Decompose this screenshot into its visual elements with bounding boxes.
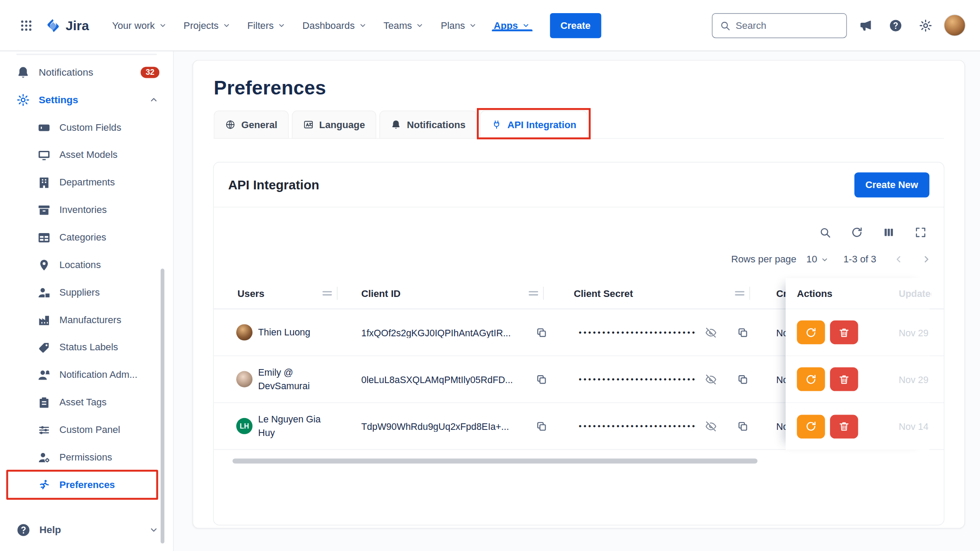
table-columns-button[interactable] [881, 225, 896, 240]
next-page-button[interactable] [917, 251, 935, 268]
tab-notifications[interactable]: Notifications [379, 111, 477, 139]
bell-icon [391, 119, 401, 130]
delete-key-button[interactable] [830, 321, 858, 344]
copy-secret-button[interactable] [735, 372, 750, 387]
updated-value-faded: Nov 29 [899, 374, 928, 384]
regenerate-key-button[interactable] [797, 321, 825, 344]
column-header-updated-faded: Updated [899, 288, 931, 299]
nav-your-work[interactable]: Your work [104, 20, 175, 31]
api-icon [491, 119, 502, 130]
table-refresh-button[interactable] [849, 225, 864, 240]
nav-apps[interactable]: Apps [486, 20, 539, 31]
create-button[interactable]: Create [550, 13, 602, 38]
create-new-button[interactable]: Create New [854, 172, 929, 197]
chevron-down-icon [222, 21, 231, 30]
user-name: Thien Luong [258, 325, 310, 339]
announcements-button[interactable] [854, 14, 877, 36]
sidebar-scrollbar[interactable] [161, 269, 164, 544]
sidebar-item-settings[interactable]: Settings [0, 86, 173, 114]
user-avatar[interactable] [945, 15, 965, 35]
regenerate-key-button[interactable] [797, 367, 825, 391]
refresh-icon [850, 226, 863, 239]
asset-models-icon [38, 148, 51, 161]
client-id-value: 1fxQOf2s2gKGJ0IQPIhAntAGytIR... [361, 327, 535, 338]
toggle-secret-button[interactable] [704, 419, 718, 433]
sidebar-item-notification-admin[interactable]: Notification Adm... [0, 361, 173, 389]
copy-secret-button[interactable] [735, 325, 750, 340]
sidebar-item-asset-tags[interactable]: Asset Tags [0, 389, 173, 416]
copy-client-id-button[interactable] [534, 372, 549, 387]
refresh-icon [805, 326, 817, 338]
api-keys-table: Users Client ID Client Secret Created Th… [214, 278, 944, 450]
actions-row: Nov 14 [786, 403, 930, 450]
sidebar-item-status-labels[interactable]: Status Labels [0, 334, 173, 361]
sidebar-item-notifications[interactable]: Notifications 32 [0, 59, 173, 86]
updated-value-faded: Nov 29 [899, 327, 928, 338]
prev-page-button[interactable] [890, 251, 907, 268]
chevron-down-icon [148, 524, 160, 536]
horizontal-scrollbar-track [228, 459, 930, 464]
avatar: LH [236, 418, 252, 434]
sidebar-item-custom-panel[interactable]: Custom Panel [0, 416, 173, 443]
horizontal-scrollbar-thumb[interactable] [232, 459, 757, 464]
nav-dashboards[interactable]: Dashboards [294, 20, 375, 31]
sidebar-item-permissions[interactable]: Permissions [0, 443, 173, 471]
column-resize-handle[interactable] [529, 291, 538, 296]
locations-icon [38, 258, 51, 272]
chevron-down-icon [277, 21, 286, 30]
main-content: Preferences General Language Notificatio… [174, 51, 980, 551]
toggle-secret-button[interactable] [704, 325, 718, 340]
nav-plans[interactable]: Plans [433, 20, 486, 31]
column-divider [337, 287, 337, 300]
table-fullscreen-button[interactable] [913, 225, 928, 240]
search-input[interactable] [735, 20, 839, 31]
tab-api-integration[interactable]: API Integration [480, 111, 588, 139]
tab-general[interactable]: General [214, 111, 289, 139]
tab-language[interactable]: Language [292, 111, 376, 139]
sidebar-item-suppliers[interactable]: Suppliers [0, 279, 173, 306]
copy-icon [737, 373, 749, 385]
sidebar-item-categories[interactable]: Categories [0, 223, 173, 251]
column-header-users: Users [238, 288, 265, 299]
help-button[interactable] [884, 14, 906, 36]
global-search[interactable] [712, 13, 847, 38]
column-header-actions: Actions Updated [786, 278, 930, 309]
copy-client-id-button[interactable] [534, 325, 549, 340]
regenerate-key-button[interactable] [797, 415, 825, 438]
copy-icon [536, 420, 547, 432]
nav-filters[interactable]: Filters [239, 20, 294, 31]
trash-icon [838, 373, 850, 385]
sidebar-item-manufacturers[interactable]: Manufacturers [0, 306, 173, 334]
settings-button[interactable] [914, 14, 937, 36]
jira-logo[interactable]: Jira [45, 17, 89, 33]
delete-key-button[interactable] [830, 367, 858, 391]
column-resize-handle[interactable] [322, 291, 332, 296]
sidebar-item-preferences[interactable]: Preferences [0, 471, 173, 499]
chevron-down-icon [820, 255, 830, 264]
copy-icon [536, 326, 547, 338]
sidebar-item-asset-models[interactable]: Asset Models [0, 141, 173, 169]
copy-client-id-button[interactable] [534, 419, 549, 433]
nav-projects[interactable]: Projects [175, 20, 239, 31]
jira-logo-icon [45, 17, 61, 33]
app-switcher-button[interactable] [15, 14, 37, 36]
nav-teams[interactable]: Teams [375, 20, 433, 31]
column-resize-handle[interactable] [735, 291, 744, 296]
sidebar-item-help[interactable]: Help [0, 516, 173, 544]
delete-key-button[interactable] [830, 415, 858, 438]
jira-logo-text: Jira [66, 18, 89, 33]
sidebar-item-inventories[interactable]: Inventories [0, 196, 173, 224]
column-header-client-id: Client ID [361, 288, 401, 299]
notification-admin-icon [38, 368, 51, 381]
page-title: Preferences [214, 77, 965, 99]
toggle-secret-button[interactable] [704, 372, 718, 387]
copy-secret-button[interactable] [735, 419, 750, 433]
sidebar: Notifications 32 Settings Custom Fields … [0, 51, 174, 551]
table-search-button[interactable] [818, 225, 833, 240]
sidebar-item-locations[interactable]: Locations [0, 251, 173, 279]
preferences-icon [38, 478, 51, 492]
gear-icon [919, 18, 932, 32]
rows-per-page-select[interactable]: 10 [806, 254, 830, 265]
sidebar-item-custom-fields[interactable]: Custom Fields [0, 114, 173, 141]
sidebar-item-departments[interactable]: Departments [0, 169, 173, 196]
